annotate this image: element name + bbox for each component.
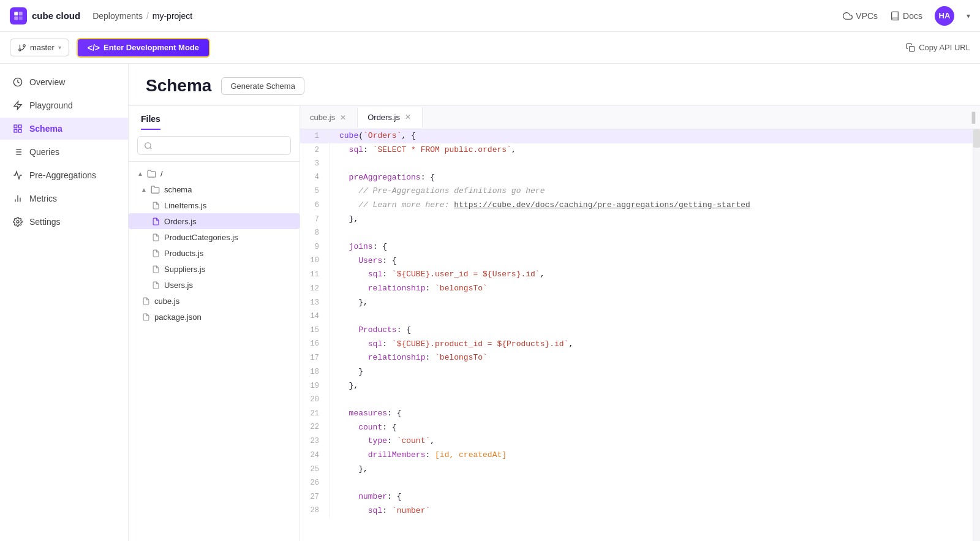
code-line: 13 }, <box>300 296 973 310</box>
toolbar: master ▾ </> Enter Development Mode Copy… <box>0 32 980 64</box>
logo-icon <box>10 7 27 25</box>
docs-link[interactable]: Docs <box>890 11 922 21</box>
svg-rect-12 <box>18 129 21 132</box>
svg-rect-7 <box>910 47 914 51</box>
line-number: 24 <box>300 448 330 463</box>
tree-schema-folder[interactable]: ▲ schema <box>129 181 300 197</box>
metrics-icon <box>12 193 23 204</box>
code-line: 22 count: { <box>300 421 973 435</box>
tab-ordersjs-close[interactable]: ✕ <box>404 112 412 122</box>
vpcs-link[interactable]: VPCs <box>843 11 878 21</box>
git-branch-icon <box>18 44 26 52</box>
overview-icon <box>12 77 23 88</box>
dev-mode-button[interactable]: </> Enter Development Mode <box>77 38 210 58</box>
tree-packagejson[interactable]: package.json <box>129 309 300 325</box>
code-line: 21 measures: { <box>300 407 973 421</box>
sidebar-item-metrics[interactable]: Metrics <box>0 187 128 210</box>
line-content <box>330 157 973 171</box>
code-line: 6 // Learn more here: https://cube.dev/d… <box>300 199 973 213</box>
code-line: 24 drillMembers: [id, createdAt] <box>300 448 973 463</box>
line-content: sql: `${CUBE}.user_id = ${Users}.id`, <box>330 268 973 282</box>
tab-scroll-right[interactable]: ▐ <box>963 107 980 128</box>
copy-api-button[interactable]: Copy API URL <box>906 43 970 52</box>
tree-productcategories[interactable]: ProductCategories.js <box>129 229 300 245</box>
branch-button[interactable]: master ▾ <box>10 39 69 56</box>
line-content <box>330 477 973 490</box>
sidebar-item-pre-aggregations[interactable]: Pre-Aggregations <box>0 164 128 186</box>
code-line: 23 type: `count`, <box>300 434 973 448</box>
sidebar-item-settings[interactable]: Settings <box>0 211 128 233</box>
files-tab-label[interactable]: Files <box>141 114 160 130</box>
line-number: 6 <box>300 199 330 213</box>
dev-mode-label: Enter Development Mode <box>104 43 199 52</box>
breadcrumb-root[interactable]: Deployments <box>92 11 143 21</box>
line-number: 7 <box>300 213 330 227</box>
logo[interactable]: cube cloud <box>10 7 80 25</box>
schema-icon <box>12 123 23 134</box>
line-number: 11 <box>300 268 330 282</box>
line-number: 25 <box>300 463 330 477</box>
sidebar-settings-label: Settings <box>29 217 61 227</box>
line-number: 26 <box>300 477 330 490</box>
line-content: } <box>330 365 973 379</box>
sidebar-item-queries[interactable]: Queries <box>0 141 128 163</box>
line-content <box>330 310 973 323</box>
line-content: Users: { <box>330 254 973 268</box>
line-content: }, <box>330 379 973 393</box>
code-line: 4 preAggregations: { <box>300 171 973 185</box>
avatar-chevron[interactable]: ▾ <box>967 12 970 20</box>
code-line: 14 <box>300 310 973 323</box>
docs-label: Docs <box>903 11 922 21</box>
copy-icon <box>906 43 915 52</box>
content-header: Schema Generate Schema <box>129 64 980 105</box>
line-content: measures: { <box>330 407 973 421</box>
lineitems-file-icon <box>151 200 160 210</box>
products-label: Products.js <box>164 249 203 258</box>
tab-ordersjs[interactable]: Orders.js ✕ <box>358 107 423 128</box>
vpcs-label: VPCs <box>856 11 878 21</box>
tree-suppliers[interactable]: Suppliers.js <box>129 261 300 277</box>
book-icon <box>890 11 900 21</box>
tree-lineitems[interactable]: LineItems.js <box>129 197 300 213</box>
avatar[interactable]: HA <box>935 6 954 26</box>
root-arrow-icon: ▲ <box>137 170 143 177</box>
files-search <box>129 130 300 162</box>
branch-label: master <box>30 43 55 52</box>
playground-icon <box>12 100 23 111</box>
line-number: 9 <box>300 240 330 254</box>
editor-layout: Files ▲ / ▲ <box>129 105 980 541</box>
line-content <box>330 227 973 240</box>
sidebar-item-schema[interactable]: Schema <box>0 118 128 140</box>
line-number: 1 <box>300 129 330 143</box>
breadcrumb: Deployments / my-project <box>92 11 192 21</box>
tab-cubejs-close[interactable]: ✕ <box>339 113 347 123</box>
packagejson-label: package.json <box>154 312 202 322</box>
editor-scrollbar[interactable] <box>973 129 980 541</box>
orders-label: Orders.js <box>164 217 197 226</box>
generate-schema-button[interactable]: Generate Schema <box>221 77 304 95</box>
files-tab: Files <box>129 106 300 130</box>
line-number: 18 <box>300 365 330 379</box>
code-area[interactable]: 1cube(`Orders`, {2 sql: `SELECT * FROM p… <box>300 129 973 541</box>
tree-users[interactable]: Users.js <box>129 277 300 293</box>
line-number: 17 <box>300 351 330 365</box>
code-line: 28 sql: `number` <box>300 504 973 518</box>
cubejs-file-icon <box>141 296 151 306</box>
code-line: 17 relationship: `belongsTo` <box>300 351 973 365</box>
tree-products[interactable]: Products.js <box>129 245 300 261</box>
sidebar-item-playground[interactable]: Playground <box>0 94 128 116</box>
tab-cubejs[interactable]: cube.js ✕ <box>300 108 358 127</box>
users-label: Users.js <box>164 281 193 290</box>
tree-root[interactable]: ▲ / <box>129 165 300 181</box>
line-content: relationship: `belongsTo` <box>330 351 973 365</box>
sidebar-item-overview[interactable]: Overview <box>0 71 128 93</box>
tree-orders[interactable]: Orders.js <box>129 213 300 229</box>
editor-tabs: cube.js ✕ Orders.js ✕ ▐ <box>300 106 980 129</box>
line-content: drillMembers: [id, createdAt] <box>330 448 973 463</box>
line-content: joins: { <box>330 240 973 254</box>
line-number: 3 <box>300 157 330 171</box>
line-number: 15 <box>300 323 330 338</box>
search-input[interactable] <box>137 136 291 155</box>
tree-cubejs[interactable]: cube.js <box>129 293 300 309</box>
line-number: 28 <box>300 504 330 518</box>
